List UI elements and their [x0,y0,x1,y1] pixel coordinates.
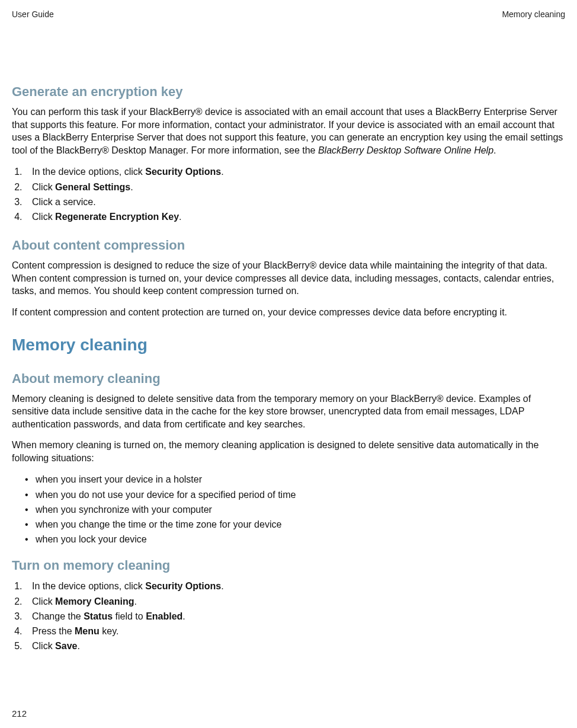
text-bold: General Settings [55,182,130,192]
text-bold: Save [55,641,77,651]
text: Press the [32,626,75,636]
bullet-list-memory-cleaning-situations: when you insert your device in a holster… [12,472,565,546]
text: . [221,581,223,591]
text: . [77,641,79,651]
header-right: Memory cleaning [502,9,565,19]
text: Click [32,596,55,606]
text-italic: BlackBerry Desktop Software Online Help [318,145,493,155]
heading-memory-cleaning: Memory cleaning [12,336,565,355]
paragraph: If content compression and content prote… [12,306,565,319]
text: . [182,611,185,621]
paragraph: Content compression is designed to reduc… [12,259,565,298]
list-item: In the device options, click Security Op… [25,165,565,178]
list-item: when you synchronize with your computer [25,503,565,516]
text-bold: Memory Cleaning [55,596,134,606]
text: Change the [32,611,84,621]
list-item: when you lock your device [25,532,565,546]
steps-generate-encryption-key: In the device options, click Security Op… [12,165,565,223]
text: Click [32,182,55,192]
heading-turn-on-memory-cleaning: Turn on memory cleaning [12,558,565,573]
text: field to [113,611,146,621]
text: . [221,167,223,177]
list-item: Click General Settings. [25,180,565,194]
text-bold: Menu [75,626,100,636]
heading-about-content-compression: About content compression [12,238,565,253]
list-item: Click Memory Cleaning. [25,595,565,608]
list-item: Change the Status field to Enabled. [25,609,565,623]
text: when you do not use your device for a sp… [36,490,296,500]
text: when you insert your device in a holster [36,474,202,484]
list-item: when you change the time or the time zon… [25,518,565,531]
text: Click [32,641,55,651]
list-item: Click a service. [25,195,565,209]
list-item: Click Save. [25,639,565,653]
heading-generate-encryption-key: Generate an encryption key [12,84,565,100]
page-header: User Guide Memory cleaning [12,9,565,19]
text: when you change the time or the time zon… [36,519,281,529]
list-item: In the device options, click Security Op… [25,579,565,593]
paragraph: Memory cleaning is designed to delete se… [12,392,565,431]
list-item: when you insert your device in a holster [25,472,565,486]
text: In the device options, click [32,581,145,591]
text: . [130,182,133,192]
text-bold: Security Options [145,167,221,177]
text: key. [100,626,119,636]
list-item: when you do not use your device for a sp… [25,488,565,502]
document-page: User Guide Memory cleaning Generate an e… [0,0,577,728]
paragraph: You can perform this task if your BlackB… [12,106,565,157]
list-item: Press the Menu key. [25,624,565,638]
steps-turn-on-memory-cleaning: In the device options, click Security Op… [12,579,565,653]
text: when you synchronize with your computer [36,505,212,515]
heading-about-memory-cleaning: About memory cleaning [12,371,565,387]
text: . [134,596,136,606]
text: . [179,212,181,222]
text: In the device options, click [32,167,145,177]
list-item: Click Regenerate Encryption Key. [25,210,565,223]
text-bold: Status [84,611,113,621]
text: Click [32,212,55,222]
text-bold: Regenerate Encryption Key [55,212,179,222]
page-number: 212 [12,708,27,719]
text: when you lock your device [36,534,147,544]
header-left: User Guide [12,9,54,19]
text: . [493,145,496,155]
text: Click a service. [32,197,96,207]
text-bold: Enabled [146,611,182,621]
paragraph: When memory cleaning is turned on, the m… [12,439,565,464]
text-bold: Security Options [145,581,221,591]
